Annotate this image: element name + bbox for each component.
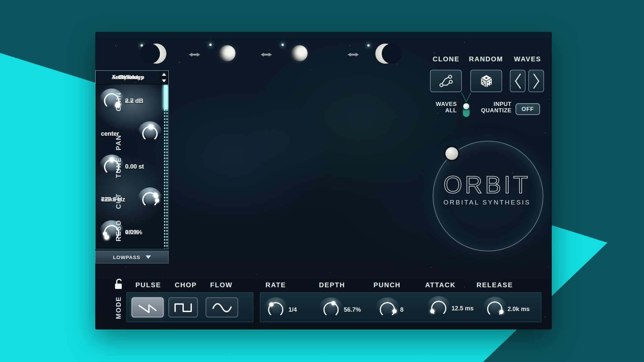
double-arrow-icon <box>346 52 360 58</box>
square-wave-icon <box>173 301 193 313</box>
pan-knob[interactable] <box>141 124 159 143</box>
mode-row-label: MODE <box>115 296 122 319</box>
clone-label: CLONE <box>433 55 460 63</box>
pan-value: center <box>101 130 119 137</box>
mode-chop-button[interactable] <box>168 297 198 317</box>
down-triangle-icon <box>162 79 166 82</box>
gain-knob[interactable] <box>102 92 121 110</box>
chop-label: CHOP <box>175 281 197 289</box>
star-dot-icon <box>281 44 284 46</box>
dropdown-triangle-icon <box>146 255 151 259</box>
rate-knob[interactable] <box>266 300 285 319</box>
filter-type-dropdown[interactable]: LOWPASS <box>95 251 169 263</box>
mode-pulse-button[interactable] <box>131 297 164 317</box>
pulse-label: PULSE <box>136 281 161 289</box>
depth-label: DEPTH <box>319 281 345 289</box>
up-triangle-icon <box>162 73 166 76</box>
chevron-left-icon <box>513 72 523 90</box>
punch-label: PUNCH <box>373 281 400 289</box>
attack-label: ATTACK <box>425 281 455 289</box>
waves-prev-button[interactable] <box>510 70 526 92</box>
depth-control: 56.7% <box>322 300 361 319</box>
reso-knob[interactable] <box>102 223 121 242</box>
double-arrow-icon <box>260 52 273 58</box>
input-quantize-off-button[interactable]: OFF <box>516 103 540 115</box>
attack-control: 12.5 ms <box>429 299 474 318</box>
release-label: RELEASE <box>477 281 513 289</box>
star-dot-icon <box>367 44 370 47</box>
wave-spinner <box>160 71 168 83</box>
cut-knob[interactable] <box>141 190 159 209</box>
logo-subtitle: ORBITAL SYNTHESIS <box>443 199 531 206</box>
orbit-plugin-window: GAIN PAN TUNE CUT RESO MODE Syrah 6.0 dB… <box>95 32 552 329</box>
punch-knob[interactable] <box>378 300 397 319</box>
tune-value: 0.00 st <box>125 163 144 170</box>
rate-label: RATE <box>266 281 286 289</box>
double-arrow-icon <box>188 52 201 58</box>
moon-phase-3-waning-gibbous-icon[interactable] <box>291 45 308 61</box>
logo-title: ORBIT <box>443 171 531 198</box>
wave-down-button[interactable] <box>160 78 168 83</box>
punch-control: 8 <box>378 300 404 319</box>
channel-strip-4: Technology 2.7 dB center 0.00 st 729.6 H… <box>95 70 169 263</box>
waves-all-toggle[interactable] <box>462 102 470 118</box>
rate-control: 1/4 <box>266 300 297 319</box>
depth-knob[interactable] <box>322 300 340 319</box>
unlock-icon[interactable] <box>114 278 125 291</box>
release-control: 2.0k ms <box>485 300 530 318</box>
flow-label: FLOW <box>210 281 233 289</box>
random-label: RANDOM <box>469 55 503 63</box>
chevron-right-icon <box>532 72 541 90</box>
saw-wave-icon <box>137 301 158 314</box>
wave-name-selector[interactable]: Technology <box>95 70 169 84</box>
attack-knob[interactable] <box>429 299 448 318</box>
random-button[interactable] <box>470 70 502 92</box>
wave-scrollbar[interactable] <box>164 85 168 248</box>
clone-button[interactable] <box>430 70 462 92</box>
release-value: 2.0k ms <box>507 306 530 313</box>
clone-circuit-icon <box>438 74 454 88</box>
attack-value: 12.5 ms <box>451 305 474 312</box>
moon-phase-4-crescent-icon[interactable] <box>375 44 395 64</box>
filter-type-value: LOWPASS <box>113 254 141 260</box>
random-dice-icon <box>479 73 494 89</box>
mode-flow-button[interactable] <box>206 297 238 317</box>
wave-name: Technology <box>96 74 168 81</box>
wave-scrollbar-thumb[interactable] <box>164 85 168 109</box>
waves-label: WAVES <box>514 55 541 63</box>
waves-next-button[interactable] <box>528 70 544 92</box>
sine-wave-icon <box>211 301 233 314</box>
strip-body: 2.7 dB center 0.00 st 729.6 Hz 0.0% <box>95 84 169 249</box>
orbit-moon-icon <box>445 147 458 160</box>
input-quantize-label: INPUTQUANTIZE <box>481 101 512 114</box>
wave-up-button[interactable] <box>160 71 168 77</box>
star-dot-icon <box>209 44 212 46</box>
depth-value: 56.7% <box>344 306 361 313</box>
waves-all-label: WAVESALL <box>436 101 457 114</box>
tune-knob[interactable] <box>102 158 121 176</box>
moon-phase-2-waning-gibbous-icon[interactable] <box>219 45 235 61</box>
toggle-connector-lines <box>461 93 472 103</box>
release-knob[interactable] <box>485 300 504 318</box>
moon-phase-1-waning-crescent-icon[interactable] <box>146 44 166 64</box>
reso-value: 0.0% <box>125 229 139 236</box>
rate-value: 1/4 <box>288 306 297 313</box>
gain-value: 2.7 dB <box>125 98 143 105</box>
punch-value: 8 <box>400 306 404 313</box>
cut-value: 729.6 Hz <box>101 196 125 203</box>
